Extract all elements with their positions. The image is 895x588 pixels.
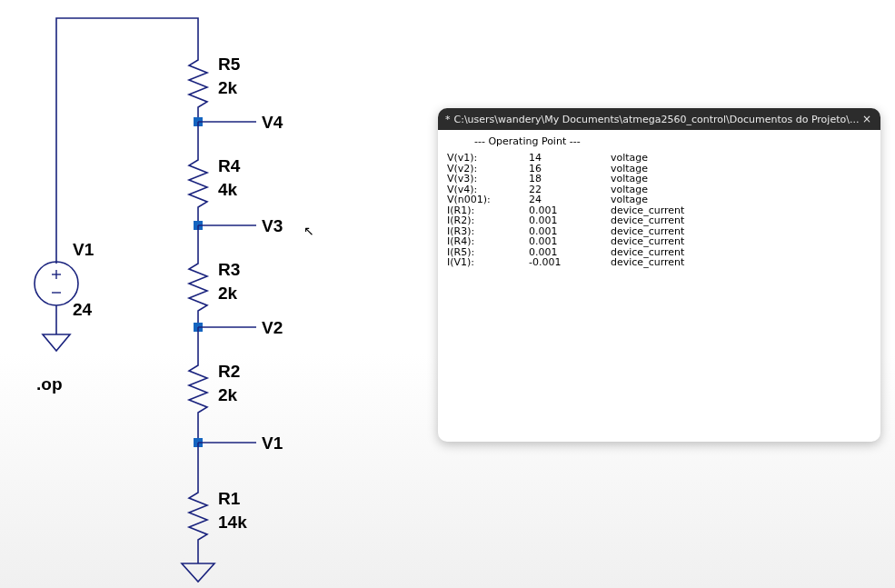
table-row: V(v3):18voltage (447, 174, 684, 184)
net-label-V2: V2 (262, 318, 283, 338)
voltage-source-name: V1 (73, 240, 94, 260)
operating-point-table: V(v1):14voltageV(v2):16voltageV(v3):18vo… (447, 153, 684, 268)
window-titlebar[interactable]: * C:\users\wandery\My Documents\atmega25… (438, 108, 880, 130)
resistor-R5-value: 2k (218, 78, 237, 98)
table-row: V(v1):14voltage (447, 153, 684, 164)
op-value: 24 (529, 194, 611, 205)
resistor-R4-value: 4k (218, 180, 237, 200)
modified-indicator: * (445, 114, 451, 125)
resistor-R3-name: R3 (218, 260, 240, 280)
net-label-V4: V4 (262, 113, 283, 133)
net-label-V3: V3 (262, 216, 283, 236)
operating-point-header: --- Operating Point --- (447, 135, 871, 147)
resistor-R5-name: R5 (218, 55, 240, 75)
table-row: I(V1):-0.001device_current (447, 257, 684, 268)
op-name: V(v1): (447, 153, 529, 164)
op-value: -0.001 (529, 257, 611, 268)
op-name: V(n001): (447, 194, 529, 205)
resistor-R1-name: R1 (218, 489, 240, 509)
resistor-R2-value: 2k (218, 385, 237, 405)
voltage-source-value: 24 (73, 300, 92, 320)
op-type: voltage (611, 174, 684, 184)
resistor-R1-value: 14k (218, 513, 247, 533)
resistor-R3-value: 2k (218, 284, 237, 304)
op-type: device_current (611, 257, 684, 268)
op-value: 14 (529, 153, 611, 164)
net-label-V1: V1 (262, 434, 283, 453)
op-name: I(V1): (447, 257, 529, 268)
table-row: V(n001):24voltage (447, 194, 684, 205)
op-value: 18 (529, 174, 611, 184)
svg-point-0 (35, 262, 78, 305)
close-icon[interactable]: × (860, 113, 873, 125)
operating-point-body: --- Operating Point --- V(v1):14voltageV… (438, 130, 880, 442)
operating-point-window[interactable]: * C:\users\wandery\My Documents\atmega25… (438, 108, 880, 442)
window-title: C:\users\wandery\My Documents\atmega2560… (454, 114, 861, 125)
spice-directive: .op (36, 374, 63, 394)
table-row: V(v2):16voltage (447, 164, 684, 174)
op-type: voltage (611, 194, 684, 205)
op-name: V(v3): (447, 174, 529, 184)
op-type: voltage (611, 153, 684, 164)
schematic-canvas[interactable]: V1 24 .op R5 2k V4 R4 4k V3 R3 2k V2 R2 … (0, 0, 454, 588)
resistor-R4-name: R4 (218, 156, 240, 176)
resistor-R2-name: R2 (218, 362, 240, 382)
